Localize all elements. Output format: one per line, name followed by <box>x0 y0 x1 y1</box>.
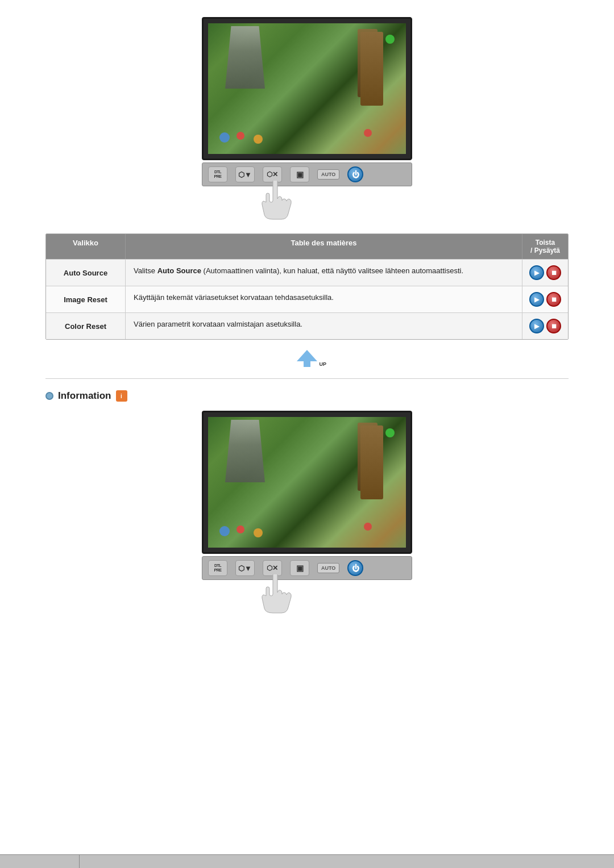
ctrl-btn-power[interactable]: ⏻ <box>347 166 363 182</box>
ctrl-btn2-input[interactable]: ⬡▼ <box>235 560 255 576</box>
monitor2-controls: DTLPRE ⬡▼ ⬡✕ ▣ AUTO ⏻ <box>202 556 412 580</box>
hand-pointer-2 <box>262 574 296 616</box>
menu-item-color-reset: Color Reset <box>46 313 126 339</box>
stop-btn-auto-source[interactable]: ⏹ <box>546 265 561 280</box>
action-color-reset: ▶ ⏹ <box>522 313 568 339</box>
monitor1-section: DTLPRE ⬡▼ ⬡✕ ▣ AUTO ⏻ <box>45 17 569 222</box>
bold-auto-source: Auto Source <box>157 266 201 275</box>
content-auto-source: Valitse Auto Source (Automaattinen valin… <box>126 260 522 286</box>
up-arrow-section: UP <box>45 350 569 367</box>
play-btn-image-reset[interactable]: ▶ <box>529 292 544 307</box>
ctrl-btn2-adjust[interactable]: ⬡✕ <box>263 560 282 576</box>
table-header: Valikko Table des matières Toista / Pysä… <box>46 234 568 259</box>
monitor2-section: DTLPRE ⬡▼ ⬡✕ ▣ AUTO ⏻ <box>45 411 569 616</box>
ctrl-btn2-power[interactable]: ⏻ <box>347 560 363 576</box>
bottom-bar <box>0 854 614 868</box>
table-row: Image Reset Käyttäjän tekemät väriasetuk… <box>46 286 568 312</box>
ctrl-btn2-auto[interactable]: AUTO <box>317 563 339 573</box>
info-circle-icon <box>45 392 53 400</box>
table-row: Color Reset Värien parametrit korvataan … <box>46 312 568 339</box>
info-section: Information i DTLPRE <box>45 390 569 616</box>
up-arrow-stem <box>304 361 310 367</box>
hand-pointer-1 <box>262 181 296 222</box>
info-title-text: Information <box>58 390 111 402</box>
ctrl-btn-menu[interactable]: ▣ <box>290 166 309 182</box>
action-image-reset: ▶ ⏹ <box>522 286 568 312</box>
ctrl-btn2-menu[interactable]: ▣ <box>290 560 309 576</box>
monitor2-frame <box>202 411 412 554</box>
ctrl-btn-adjust[interactable]: ⬡✕ <box>263 166 282 182</box>
table-row: Auto Source Valitse Auto Source (Automaa… <box>46 259 568 286</box>
ctrl-btn-dtl[interactable]: DTLPRE <box>208 166 227 182</box>
ctrl-btn-auto[interactable]: AUTO <box>317 169 339 180</box>
stop-btn-color-reset[interactable]: ⏹ <box>546 319 561 333</box>
ctrl-btn-input[interactable]: ⬡▼ <box>235 166 255 182</box>
play-btn-auto-source[interactable]: ▶ <box>529 265 544 280</box>
up-arrow-shape <box>297 350 317 361</box>
monitor2-screen <box>208 417 406 548</box>
col-header-content: Table des matières <box>126 234 522 259</box>
up-arrow: UP <box>297 350 317 367</box>
page-wrapper: DTLPRE ⬡▼ ⬡✕ ▣ AUTO ⏻ Valikko Table des … <box>0 0 614 644</box>
ctrl-btn2-dtl[interactable]: DTLPRE <box>208 560 227 576</box>
content-color-reset: Värien parametrit korvataan valmistajan … <box>126 313 522 339</box>
bottom-bar-right <box>80 855 614 868</box>
monitor1-controls: DTLPRE ⬡▼ ⬡✕ ▣ AUTO ⏻ <box>202 162 412 186</box>
up-label: UP <box>319 361 326 367</box>
monitor1-screen <box>208 23 406 154</box>
info-title: Information i <box>45 390 569 402</box>
monitor1-frame <box>202 17 412 160</box>
bottom-bar-left <box>0 855 80 868</box>
section-divider <box>45 378 569 379</box>
play-btn-color-reset[interactable]: ▶ <box>529 319 544 333</box>
content-image-reset: Käyttäjän tekemät väriasetukset korvataa… <box>126 286 522 312</box>
col-header-menu: Valikko <box>46 234 126 259</box>
col-header-action: Toista / Pysäytä <box>522 234 568 259</box>
menu-item-auto-source: Auto Source <box>46 260 126 286</box>
menu-item-image-reset: Image Reset <box>46 286 126 312</box>
menu-table: Valikko Table des matières Toista / Pysä… <box>45 233 569 340</box>
info-orange-icon: i <box>116 390 127 402</box>
action-auto-source: ▶ ⏹ <box>522 260 568 286</box>
stop-btn-image-reset[interactable]: ⏹ <box>546 292 561 307</box>
